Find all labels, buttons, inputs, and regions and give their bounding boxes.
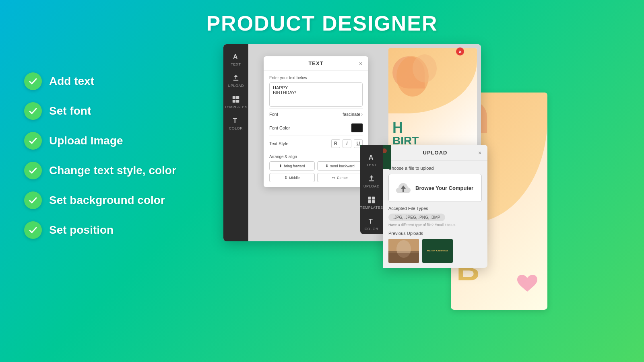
svg-rect-3 — [236, 96, 239, 99]
check-circle-change-style — [24, 162, 42, 179]
middle-button[interactable]: ⇕ Middle — [269, 173, 315, 182]
upload-sidebar-color[interactable]: T COLOR — [360, 213, 383, 234]
feature-label-upload-image: Upload Image — [49, 134, 123, 147]
prev-upload-wedding[interactable] — [388, 239, 419, 263]
feature-label-change-style: Change text style, color — [49, 164, 176, 177]
feature-item-add-text: Add text — [24, 72, 176, 90]
check-circle-set-position — [24, 221, 42, 239]
svg-rect-11 — [368, 197, 371, 200]
send-backward-icon: ⬇ — [325, 164, 328, 168]
feature-list: Add text Set font Upload Image Change — [24, 72, 176, 239]
check-circle-add-text — [24, 72, 42, 90]
checkmark-icon — [28, 106, 38, 116]
sidebar-item-upload[interactable]: UPLOAD — [223, 70, 248, 91]
color-icon: T — [231, 116, 240, 125]
upload-sidebar-templates-icon — [367, 195, 376, 204]
feature-label-add-text: Add text — [49, 75, 94, 88]
italic-button[interactable]: I — [343, 139, 351, 148]
chevron-right-icon: › — [361, 112, 363, 117]
card-decorations — [392, 52, 445, 101]
text-style-row: Text Style B I U — [269, 136, 363, 151]
text-input[interactable]: HAPPY BIRTHDAY! — [269, 82, 363, 107]
prev-upload-christmas[interactable]: MERRY Christmas MERRY Christmas — [422, 239, 453, 263]
sidebar-item-templates[interactable]: TEMPLATES — [223, 91, 248, 112]
upload-sidebar-upload-icon — [367, 174, 376, 183]
feature-label-background-color: Set background color — [49, 194, 165, 207]
font-row: Font fascinate › — [269, 108, 363, 120]
sidebar-item-text[interactable]: A TEXT — [223, 48, 248, 70]
previous-uploads-grid: MERRY Christmas MERRY Christmas — [388, 239, 482, 263]
upload-sidebar-templates[interactable]: TEMPLATES — [360, 191, 383, 213]
previous-uploads-label: Previous Uploads — [388, 231, 482, 236]
upload-modal: UPLOAD × Choose a file to upload Browse … — [383, 145, 487, 268]
check-circle-set-font — [24, 102, 42, 120]
wedding-thumb-svg — [388, 239, 419, 263]
upload-sidebar-text-icon: A — [367, 153, 376, 162]
browse-computer-label: Browse Your Computer — [415, 185, 473, 191]
upload-sidebar: A TEXT UPLOAD TEMPLATES T COLOR — [360, 145, 383, 234]
center-icon: ⇔ — [332, 175, 335, 180]
templates-icon — [231, 95, 240, 104]
feature-item-set-font: Set font — [24, 102, 176, 120]
svg-text:T: T — [369, 218, 373, 225]
bring-forward-button[interactable]: ⬆ bring forward — [269, 161, 315, 171]
font-color-swatch[interactable] — [351, 123, 363, 132]
upload-icon — [231, 74, 240, 82]
text-modal-body: Enter your text below HAPPY BIRTHDAY! Fo… — [264, 71, 368, 187]
checkmark-icon — [28, 136, 38, 146]
text-style-buttons: B I U — [331, 139, 363, 148]
sidebar-item-color[interactable]: T COLOR — [223, 112, 248, 134]
enter-text-label: Enter your text below — [269, 76, 363, 80]
upload-modal-close[interactable]: × — [476, 149, 483, 156]
text-style-label: Text Style — [269, 141, 289, 146]
font-label: Font — [269, 112, 278, 117]
upload-sidebar-text[interactable]: A TEXT — [360, 149, 383, 170]
checkmark-icon — [28, 76, 38, 86]
accepted-types-label: Accepted File Types — [388, 206, 482, 211]
font-value[interactable]: fascinate › — [343, 112, 363, 117]
svg-text:T: T — [233, 117, 237, 124]
text-modal-close[interactable]: × — [357, 60, 364, 67]
svg-rect-4 — [233, 100, 235, 103]
font-color-label: Font Color — [269, 125, 290, 130]
designer-sidebar: A TEXT UPLOAD TEMPLATES T COLOR — [223, 44, 248, 241]
upload-modal-title: UPLOAD — [423, 150, 448, 156]
upload-sidebar-templates-label: TEMPLATES — [360, 206, 383, 210]
choose-file-label: Choose a file to upload — [388, 166, 482, 171]
upload-sidebar-text-label: TEXT — [366, 163, 376, 167]
feature-item-set-position: Set position — [24, 221, 176, 239]
upload-drop-area[interactable]: Browse Your Computer — [388, 174, 482, 202]
feature-item-change-style: Change text style, color — [24, 162, 176, 179]
check-circle-upload-image — [24, 132, 42, 150]
arrange-grid: ⬆ bring forward ⬇ send backward ⇕ Middle… — [269, 161, 363, 182]
checkmark-icon — [28, 195, 38, 205]
feature-label-set-font: Set font — [49, 105, 91, 117]
text-modal: TEXT × Enter your text below HAPPY BIRTH… — [264, 56, 368, 187]
sidebar-upload-label: UPLOAD — [228, 84, 244, 88]
svg-rect-14 — [372, 200, 375, 203]
upload-sidebar-color-label: COLOR — [365, 227, 379, 231]
delete-button[interactable]: × — [456, 47, 464, 56]
sidebar-color-label: COLOR — [229, 126, 243, 130]
svg-rect-5 — [236, 100, 239, 103]
text-icon: A — [231, 52, 240, 61]
birthday-card-preview: H BIRT WISH Y — [388, 48, 477, 157]
bold-button[interactable]: B — [331, 139, 340, 148]
checkmark-icon — [28, 166, 38, 175]
sidebar-templates-label: TEMPLATES — [224, 105, 247, 109]
send-backward-button[interactable]: ⬇ send backward — [317, 161, 363, 171]
feature-label-set-position: Set position — [49, 224, 114, 237]
upload-sidebar-upload[interactable]: UPLOAD — [360, 170, 383, 191]
text-modal-title: TEXT — [308, 60, 323, 66]
center-button[interactable]: ⇔ Center — [317, 173, 363, 182]
upload-sidebar-color-icon: T — [367, 217, 376, 226]
christmas-card-text: MERRY Christmas — [427, 249, 448, 253]
svg-text:A: A — [233, 53, 238, 60]
svg-rect-10 — [369, 181, 374, 181]
page-title: PRODUCT DESIGNER — [0, 0, 644, 35]
accepted-types-badge: .JPG, .JPEG, .PNG, .BMP — [388, 214, 445, 221]
feature-item-upload-image: Upload Image — [24, 132, 176, 150]
svg-rect-13 — [368, 200, 371, 203]
checkmark-icon — [28, 225, 38, 235]
upload-window-container: A TEXT UPLOAD TEMPLATES T COLOR — [360, 145, 487, 268]
